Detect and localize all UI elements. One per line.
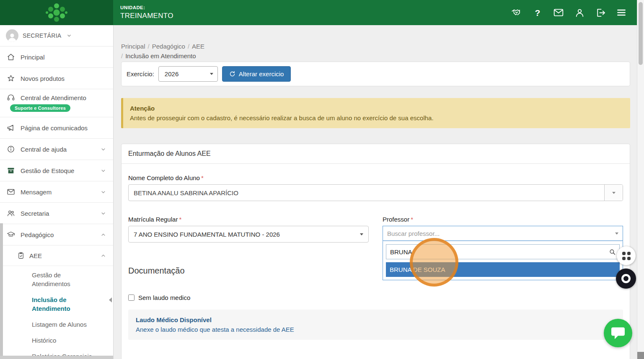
professor-label-text: Professor bbox=[383, 216, 409, 223]
sidebar-item-label: Central de ajuda bbox=[21, 146, 67, 153]
change-exercise-button[interactable]: Alterar exercicio bbox=[222, 66, 291, 82]
sidebar-item-pedagogico[interactable]: Pedagógico bbox=[0, 224, 113, 245]
exercise-select[interactable]: 2026 bbox=[158, 66, 218, 82]
required-marker: * bbox=[201, 174, 204, 181]
breadcrumb-separator: / bbox=[148, 43, 150, 50]
help-icon[interactable]: ? bbox=[532, 7, 543, 18]
sidebar-item-secretaria[interactable]: Secretaria bbox=[0, 203, 113, 224]
app-logo[interactable] bbox=[0, 0, 113, 25]
student-select-value: BETINA ANALU SABRINA APARÍCIO bbox=[129, 189, 604, 196]
professor-search-input[interactable] bbox=[386, 245, 619, 259]
sidebar-item-central-ajuda[interactable]: Central de ajuda bbox=[0, 139, 113, 160]
student-select[interactable]: BETINA ANALU SABRINA APARÍCIO bbox=[128, 184, 623, 201]
sidebar-item-label: Listagem de Alunos bbox=[32, 320, 97, 329]
sidebar-item-comunicados[interactable]: Página de comunicados bbox=[0, 117, 113, 139]
sidebar-item-novos-produtos[interactable]: Novos produtos bbox=[0, 68, 113, 89]
professor-search-box bbox=[386, 244, 620, 259]
chevron-down-icon bbox=[100, 168, 106, 174]
sidebar-item-label: Inclusão de Atendimento bbox=[32, 295, 97, 313]
headset-icon bbox=[7, 93, 15, 102]
exercise-select-value: 2026 bbox=[165, 70, 178, 77]
chevron-down-icon bbox=[100, 189, 106, 195]
no-medical-report-label: Sem laudo medico bbox=[138, 294, 190, 301]
sidebar-item-label: Principal bbox=[21, 54, 45, 61]
required-marker: * bbox=[179, 216, 181, 223]
sidebar-item-aee[interactable]: AEE bbox=[0, 245, 113, 266]
accessibility-widget-button[interactable] bbox=[617, 246, 636, 265]
chevron-down-icon bbox=[100, 146, 106, 152]
exercise-label: Exercício: bbox=[127, 70, 154, 77]
sidebar-item-label: AEE bbox=[29, 252, 42, 259]
record-icon bbox=[621, 274, 631, 283]
users-icon bbox=[7, 209, 15, 217]
mail-icon bbox=[7, 188, 15, 196]
sidebar-item-historico[interactable]: Histórico bbox=[0, 331, 113, 347]
inventory-icon bbox=[7, 166, 15, 175]
professor-dropdown-panel: BRUNA DE SOUZA bbox=[383, 241, 623, 280]
breadcrumb-current: Inclusão em Atendimento bbox=[125, 52, 196, 59]
home-icon bbox=[7, 53, 15, 61]
user-menu[interactable]: SECRETÁRIA bbox=[0, 25, 113, 46]
enrollment-column: Matrícula Regular* 7 ANO ENSINO FUNDAMEN… bbox=[128, 216, 369, 243]
info-icon bbox=[7, 145, 15, 153]
breadcrumb-pedagogico[interactable]: Pedagógico bbox=[152, 43, 185, 50]
sidebar-item-listagem-alunos[interactable]: Listagem de Alunos bbox=[0, 315, 113, 331]
professor-column: Professor* Buscar professor... bbox=[383, 216, 623, 243]
sidebar-item-inclusao-atendimento[interactable]: Inclusão de Atendimento bbox=[0, 291, 113, 315]
sidebar-item-label: Novos produtos bbox=[21, 75, 65, 82]
chevron-down-icon bbox=[615, 232, 618, 235]
star-icon bbox=[7, 74, 15, 83]
professor-select[interactable]: Buscar professor... bbox=[383, 226, 623, 241]
no-medical-report-row: Sem laudo medico bbox=[128, 294, 623, 301]
sidebar-item-label: Página de comunicados bbox=[21, 124, 88, 132]
unit-name: TREINAMENTO bbox=[120, 12, 173, 20]
chat-button[interactable] bbox=[604, 319, 632, 347]
scrollbar-corner bbox=[637, 352, 644, 359]
avatar bbox=[6, 29, 18, 42]
breadcrumb-aee[interactable]: AEE bbox=[192, 43, 204, 50]
enrollment-label-text: Matrícula Regular bbox=[128, 216, 178, 223]
recording-indicator-button[interactable] bbox=[616, 269, 636, 289]
card-title: Enturmação de Alunos AEE bbox=[122, 144, 630, 164]
chevron-down-icon bbox=[612, 192, 616, 194]
active-item-marker bbox=[109, 297, 112, 302]
scrollbar-thumb[interactable] bbox=[639, 2, 643, 65]
medical-report-info-title: Laudo Médico Disponível bbox=[136, 315, 616, 325]
professor-option-highlighted[interactable]: BRUNA DE SOUZA bbox=[386, 262, 620, 277]
refresh-icon bbox=[229, 71, 235, 77]
breadcrumb-principal[interactable]: Principal bbox=[121, 43, 145, 50]
help-glyph: ? bbox=[535, 8, 541, 17]
sidebar-item-gestao-atendimentos[interactable]: Gestão de Atendimentos bbox=[0, 266, 113, 291]
sidebar-item-label: Central de Atendimento bbox=[21, 94, 86, 101]
breadcrumb-line-2: /Inclusão em Atendimento bbox=[121, 51, 630, 61]
sidebar-item-central-atendimento[interactable]: Central de Atendimento Suporte e Consult… bbox=[0, 89, 113, 117]
handshake-icon[interactable] bbox=[511, 7, 522, 18]
sidebar-scrollbar-horizontal[interactable] bbox=[0, 356, 113, 359]
warning-message: Antes de prosseguir com o cadastro, é ne… bbox=[130, 113, 623, 123]
sidebar-item-mensagem[interactable]: Mensagem bbox=[0, 181, 113, 203]
sidebar-item-label: Mensagem bbox=[21, 189, 52, 196]
chevron-up-icon bbox=[100, 232, 106, 238]
page-scrollbar[interactable] bbox=[637, 0, 644, 359]
logout-icon[interactable] bbox=[595, 7, 606, 18]
no-medical-report-checkbox[interactable] bbox=[128, 294, 134, 301]
unit-block: UNIDADE: TREINAMENTO bbox=[113, 5, 173, 20]
mail-icon[interactable] bbox=[553, 7, 564, 18]
sidebar-item-label: Gestão de Atendimentos bbox=[32, 271, 97, 288]
megaphone-icon bbox=[7, 124, 15, 132]
chevron-down-icon bbox=[100, 210, 106, 217]
sidebar-item-principal[interactable]: Principal bbox=[0, 46, 113, 68]
menu-icon[interactable] bbox=[616, 7, 627, 18]
breadcrumb-line-1: Principal/Pedagógico/AEE bbox=[121, 41, 630, 51]
chevron-down-icon bbox=[360, 233, 363, 235]
main-content: Principal/Pedagógico/AEE /Inclusão em At… bbox=[113, 25, 637, 359]
enrollment-select[interactable]: 7 ANO ENSINO FUNDAMENTAL MATUTINO - 2026 bbox=[128, 226, 369, 243]
user-icon[interactable] bbox=[574, 7, 585, 18]
student-select-arrow[interactable] bbox=[604, 185, 623, 201]
sidebar-item-label: Gestão de Estoque bbox=[21, 167, 74, 174]
chevron-down-icon bbox=[66, 33, 72, 39]
search-icon bbox=[609, 248, 616, 256]
enrollment-card: Enturmação de Alunos AEE Nome Completo d… bbox=[121, 144, 630, 359]
sidebar-scrollbar-vertical[interactable] bbox=[0, 223, 3, 356]
sidebar-item-gestao-estoque[interactable]: Gestão de Estoque bbox=[0, 160, 113, 181]
